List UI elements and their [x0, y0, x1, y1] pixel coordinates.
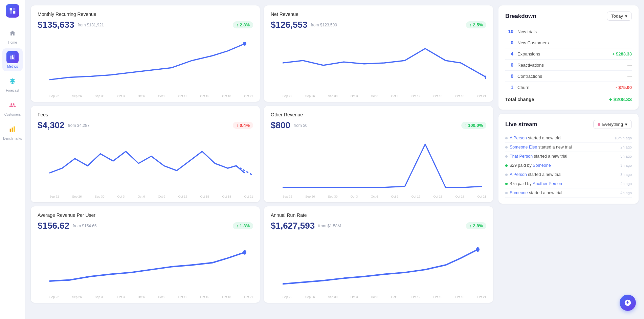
churn-label: Churn — [517, 85, 616, 90]
livestream-filter-dropdown[interactable]: Everything ▾ — [593, 120, 632, 129]
contractions-count: 0 — [505, 73, 513, 79]
svg-point-3 — [243, 42, 246, 46]
new-customers-label: New Customers — [517, 40, 627, 45]
arr-title: Annual Run Rate — [271, 212, 486, 218]
stream-person-2[interactable]: That Person — [510, 154, 533, 159]
fees-arrow-icon: ↑ — [236, 123, 238, 128]
reactivations-value: — — [627, 63, 632, 68]
fees-value-row: $4,302 from $4,287 ↑ 0.4% — [38, 120, 253, 131]
net-revenue-badge-value: 2.5% — [473, 22, 483, 27]
arr-x-labels: Sep 22Sep 26Sep 30Oct 3Oct 6Oct 9Oct 12O… — [283, 295, 486, 299]
breakdown-row-reactivations: 0 Reactivations — — [505, 60, 632, 71]
stream-dot-5 — [505, 183, 508, 185]
mrr-badge-value: 2.8% — [240, 22, 250, 27]
reactivations-count: 0 — [505, 62, 513, 68]
arpu-title: Average Revenue Per User — [38, 212, 253, 218]
mrr-x-labels: Sep 22Sep 26Sep 30Oct 3Oct 6Oct 9Oct 12O… — [49, 94, 253, 98]
stream-person-4[interactable]: A Person — [510, 172, 527, 177]
breakdown-dropdown-label: Today — [611, 14, 623, 19]
total-label: Total change — [505, 97, 609, 102]
stream-dot-6 — [505, 192, 508, 194]
stream-time-2: 3h ago — [620, 154, 632, 158]
stream-time-4: 3h ago — [620, 173, 632, 177]
livestream-title: Live stream — [505, 121, 537, 128]
other-revenue-badge-value: 100.0% — [468, 123, 483, 128]
stream-dot-4 — [505, 174, 508, 176]
breakdown-row-churn: 1 Churn - $75.00 — [505, 82, 632, 93]
stream-item-4: A Person started a new trial 3h ago — [505, 170, 632, 179]
svg-point-7 — [476, 247, 480, 252]
home-label: Home — [8, 41, 17, 44]
arr-chart: Sep 22Sep 26Sep 30Oct 3Oct 6Oct 9Oct 12O… — [271, 235, 486, 299]
main-content: Monthly Recurring Revenue $135,633 from … — [25, 0, 498, 319]
net-revenue-badge: ↑ 2.5% — [466, 21, 486, 28]
breakdown-row-new-trials: 10 New trials — — [505, 26, 632, 37]
other-revenue-arrow-icon: ↑ — [465, 123, 467, 128]
mrr-chart: Sep 22Sep 26Sep 30Oct 3Oct 6Oct 9Oct 12O… — [38, 34, 253, 98]
sidebar-item-home[interactable]: Home — [2, 24, 23, 47]
stream-text-0: A Person started a new trial — [510, 136, 613, 140]
mrr-value-row: $135,633 from $131,921 ↑ 2.8% — [38, 20, 253, 30]
net-revenue-x-labels: Sep 22Sep 26Sep 30Oct 3Oct 6Oct 9Oct 12O… — [283, 94, 486, 98]
breakdown-header: Breakdown Today ▾ — [505, 12, 632, 21]
arr-from: from $1.58M — [318, 224, 341, 228]
expansions-value: + $283.33 — [612, 51, 632, 56]
sidebar-item-forecast[interactable]: Forecast — [2, 72, 23, 95]
breakdown-dropdown[interactable]: Today ▾ — [607, 12, 632, 21]
stream-text-5: $75 paid by Another Person — [510, 181, 618, 186]
mrr-value: $135,633 — [38, 20, 74, 30]
mrr-arrow-icon: ↑ — [236, 23, 238, 27]
net-revenue-title: Net Revenue — [271, 12, 486, 17]
arr-value: $1,627,593 — [271, 221, 315, 231]
stream-time-6: 4h ago — [620, 191, 632, 195]
metrics-icon-wrap — [6, 51, 19, 63]
other-revenue-value-row: $800 from $0 ↑ 100.0% — [271, 120, 486, 131]
float-action-button[interactable] — [620, 295, 636, 311]
sidebar-item-metrics[interactable]: Metrics — [2, 48, 23, 71]
sidebar-item-customers[interactable]: Customers — [2, 96, 23, 119]
arpu-line-chart — [49, 235, 253, 293]
fees-from: from $4,287 — [68, 123, 90, 128]
benchmarks-icon-wrap — [6, 123, 19, 135]
forecast-label: Forecast — [6, 89, 19, 92]
stream-text-4: A Person started a new trial — [510, 172, 618, 177]
arpu-value-row: $156.62 from $154.66 ↑ 1.3% — [38, 221, 253, 231]
total-value: + $208.33 — [609, 96, 632, 102]
filter-dot-icon — [598, 123, 600, 126]
new-trials-value: — — [627, 29, 632, 34]
stream-person-6[interactable]: Someone — [510, 190, 528, 195]
chevron-down-icon: ▾ — [625, 122, 627, 127]
breakdown-title: Breakdown — [505, 13, 536, 20]
svg-point-6 — [243, 250, 246, 255]
arpu-badge-value: 1.3% — [240, 223, 250, 228]
app-logo[interactable] — [6, 4, 19, 18]
contractions-label: Contractions — [517, 74, 627, 79]
forecast-icon-wrap — [6, 75, 19, 87]
stream-person-1[interactable]: Someone Else — [510, 145, 537, 150]
arpu-arrow-icon: ↑ — [236, 224, 238, 228]
mrr-badge: ↑ 2.8% — [233, 21, 253, 28]
stream-person-0[interactable]: A Person — [510, 136, 527, 140]
stream-time-5: 4h ago — [620, 182, 632, 186]
stream-person-3[interactable]: Someone — [533, 163, 551, 168]
contractions-value: — — [627, 74, 632, 79]
stream-item-1: Someone Else started a new trial 2h ago — [505, 143, 632, 152]
livestream-filter-label: Everything — [602, 122, 623, 127]
net-revenue-from: from $123,500 — [311, 23, 337, 27]
other-revenue-value: $800 — [271, 120, 290, 131]
stream-item-3: $29 paid by Someone 3h ago — [505, 161, 632, 170]
reactivations-label: Reactivations — [517, 63, 627, 68]
stream-item-5: $75 paid by Another Person 4h ago — [505, 179, 632, 188]
other-revenue-x-labels: Sep 22Sep 26Sep 30Oct 3Oct 6Oct 9Oct 12O… — [283, 195, 486, 198]
fees-x-labels: Sep 22Sep 26Sep 30Oct 3Oct 6Oct 9Oct 12O… — [49, 195, 253, 198]
new-trials-count: 10 — [505, 29, 513, 34]
expansions-count: 4 — [505, 51, 513, 56]
stream-text-2: That Person started a new trial — [510, 154, 618, 159]
arpu-badge: ↑ 1.3% — [233, 222, 253, 229]
other-revenue-line-chart — [283, 135, 486, 192]
stream-dot-0 — [505, 137, 508, 139]
customers-label: Customers — [4, 113, 21, 116]
sidebar-item-benchmarks[interactable]: Benchmarks — [2, 120, 23, 143]
stream-person-5[interactable]: Another Person — [533, 181, 562, 186]
svg-rect-1 — [12, 128, 13, 132]
